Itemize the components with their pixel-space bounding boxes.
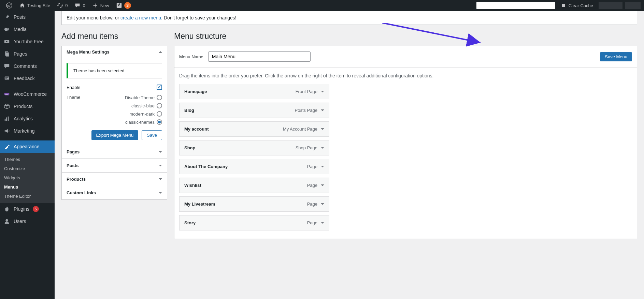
- chevron-down-icon: [159, 151, 162, 153]
- yoast-count: 3: [124, 2, 131, 9]
- updates-link[interactable]: 9: [54, 0, 70, 11]
- sidebar-label: Pages: [14, 51, 27, 57]
- site-link[interactable]: Testing Site: [16, 0, 53, 11]
- sidebar-item-products[interactable]: Products: [0, 100, 55, 113]
- pin-icon: [3, 14, 10, 20]
- export-mega-menu-button[interactable]: Export Mega Menu: [91, 130, 139, 140]
- comments-link[interactable]: 0: [72, 0, 88, 11]
- enable-checkbox[interactable]: [157, 85, 162, 90]
- menu-item[interactable]: BlogPosts Page: [179, 103, 329, 118]
- wp-logo[interactable]: [3, 0, 15, 11]
- sidebar-item-feedback[interactable]: Feedback: [0, 72, 55, 85]
- plus-icon: [92, 2, 98, 9]
- menu-item-type: Page: [307, 201, 317, 207]
- sub-widgets[interactable]: Widgets: [0, 173, 55, 182]
- plugins-badge: 5: [33, 206, 39, 212]
- chevron-down-icon[interactable]: [321, 166, 324, 167]
- comments-icon: [3, 63, 10, 70]
- theme-option-disable[interactable]: Disable Theme: [125, 95, 162, 100]
- sidebar-item-appearance[interactable]: Appearance: [0, 140, 55, 153]
- appearance-icon: [3, 143, 10, 150]
- menu-item[interactable]: ShopShop Page: [179, 140, 329, 155]
- comment-icon: [74, 2, 81, 9]
- sidebar-label: Appearance: [14, 144, 40, 149]
- add-menu-items-title: Add menu items: [61, 32, 167, 41]
- svg-point-13: [5, 219, 8, 222]
- chevron-down-icon[interactable]: [321, 184, 324, 186]
- menu-item-type: Page: [307, 183, 317, 188]
- chevron-down-icon[interactable]: [321, 147, 324, 149]
- sub-menus[interactable]: Menus: [0, 182, 55, 192]
- chevron-down-icon[interactable]: [321, 222, 324, 224]
- sidebar-item-pages[interactable]: Pages: [0, 48, 55, 60]
- admin-sidebar: Posts Media YouTube Free Pages Comments …: [0, 11, 55, 299]
- sidebar-item-plugins[interactable]: Plugins 5: [0, 203, 55, 215]
- chevron-down-icon[interactable]: [321, 203, 324, 205]
- topbar-slot-1[interactable]: [599, 2, 622, 9]
- menu-item[interactable]: About The CompanyPage: [179, 159, 329, 174]
- menu-item-type: My Account Page: [283, 126, 317, 132]
- sidebar-item-media[interactable]: Media: [0, 23, 55, 35]
- menu-item[interactable]: StoryPage: [179, 215, 329, 230]
- clear-cache-label: Clear Cache: [569, 3, 593, 8]
- theme-option-label: classic-themes: [125, 120, 155, 125]
- svg-rect-10: [5, 119, 6, 121]
- chevron-down-icon[interactable]: [321, 91, 324, 92]
- accordion-pages[interactable]: Pages: [61, 145, 167, 159]
- feedback-icon: [3, 75, 10, 82]
- panel-title: Mega Menu Settings: [67, 49, 110, 55]
- svg-text:woo: woo: [5, 93, 9, 95]
- menu-item[interactable]: HomepageFront Page: [179, 84, 329, 99]
- accordion-custom-links[interactable]: Custom Links: [61, 186, 167, 200]
- menu-item-title: My account: [184, 126, 209, 132]
- edit-menu-notice: Edit your menu below, or create a new me…: [61, 11, 637, 25]
- sidebar-item-marketing[interactable]: Marketing: [0, 125, 55, 137]
- theme-option-classic-themes[interactable]: classic-themes: [125, 119, 162, 125]
- menu-item[interactable]: WishlistPage: [179, 178, 329, 193]
- svg-rect-12: [8, 117, 9, 121]
- media-icon: [3, 26, 10, 33]
- theme-option-label: modern-dark: [129, 111, 155, 117]
- create-menu-link[interactable]: create a new menu: [120, 15, 161, 20]
- clear-cache[interactable]: Clear Cache: [558, 0, 596, 11]
- sidebar-item-users[interactable]: Users: [0, 215, 55, 227]
- sidebar-item-posts[interactable]: Posts: [0, 11, 55, 23]
- sidebar-label: Comments: [14, 63, 37, 69]
- theme-option-modern-dark[interactable]: modern-dark: [129, 111, 162, 117]
- menu-item[interactable]: My LivestreamPage: [179, 196, 329, 212]
- chevron-down-icon[interactable]: [321, 128, 324, 130]
- save-menu-button[interactable]: Save Menu: [600, 52, 632, 61]
- accordion-products[interactable]: Products: [61, 173, 167, 186]
- menu-item-title: Story: [184, 220, 196, 225]
- notice-text: Edit your menu below, or: [67, 15, 120, 20]
- chevron-down-icon: [159, 178, 162, 180]
- chevron-down-icon[interactable]: [321, 109, 324, 111]
- accordion-posts[interactable]: Posts: [61, 159, 167, 173]
- sub-theme-editor[interactable]: Theme Editor: [0, 192, 55, 201]
- mega-menu-panel-head[interactable]: Mega Menu Settings: [62, 46, 167, 58]
- sidebar-item-woocommerce[interactable]: wooWooCommerce: [0, 88, 55, 100]
- menu-item-type: Page: [307, 164, 317, 169]
- menu-item[interactable]: My accountMy Account Page: [179, 121, 329, 137]
- menu-structure-title: Menu structure: [174, 32, 637, 41]
- sub-themes[interactable]: Themes: [0, 155, 55, 164]
- sidebar-label: WooCommerce: [14, 91, 47, 97]
- theme-option-classic-blue[interactable]: classic-blue: [131, 103, 162, 108]
- sidebar-item-comments[interactable]: Comments: [0, 60, 55, 72]
- menu-name-input[interactable]: [208, 51, 311, 62]
- comments-count: 0: [83, 3, 85, 8]
- svg-point-3: [4, 28, 8, 31]
- sub-customize[interactable]: Customize: [0, 164, 55, 173]
- sidebar-label: Users: [14, 219, 26, 224]
- yoast-link[interactable]: 3: [113, 0, 134, 11]
- sidebar-item-youtube[interactable]: YouTube Free: [0, 35, 55, 48]
- topbar-slot-2[interactable]: [625, 2, 641, 9]
- appearance-submenu: Themes Customize Widgets Menus Theme Edi…: [0, 153, 55, 203]
- chevron-down-icon: [159, 192, 162, 194]
- new-link[interactable]: New: [89, 0, 112, 11]
- plugins-icon: [3, 206, 10, 212]
- sidebar-item-analytics[interactable]: Analytics: [0, 113, 55, 125]
- topbar-search-box[interactable]: [476, 2, 555, 9]
- admin-topbar: Testing Site 9 0 New 3 Clear Cache: [0, 0, 644, 11]
- save-mega-menu-button[interactable]: Save: [142, 130, 162, 140]
